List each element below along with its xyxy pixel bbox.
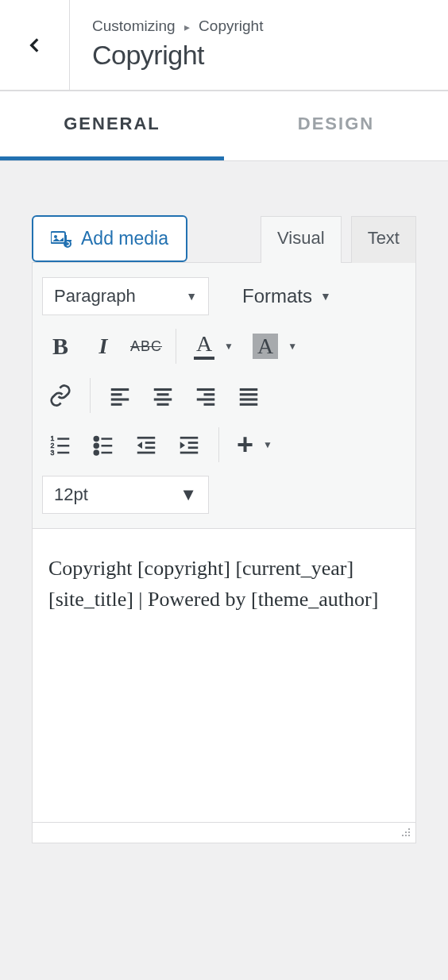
paragraph-select[interactable]: Paragraph ▼ (42, 277, 209, 315)
chevron-down-icon: ▼ (320, 290, 331, 303)
svg-point-44 (402, 835, 404, 836)
add-media-button[interactable]: Add media (32, 215, 187, 262)
back-button[interactable] (0, 0, 70, 90)
align-justify-icon (237, 384, 261, 407)
toolbar-row-5: 12pt ▼ (42, 476, 406, 514)
breadcrumb-prefix: Customizing (92, 17, 176, 34)
align-left-button[interactable] (102, 377, 138, 414)
formats-button[interactable]: Formats ▼ (231, 279, 342, 314)
toolbar-separator (176, 329, 176, 364)
outdent-button[interactable] (128, 426, 164, 463)
toolbar-separator (218, 427, 219, 462)
svg-point-26 (95, 444, 98, 448)
align-center-icon (151, 384, 175, 407)
svg-point-45 (405, 835, 407, 836)
svg-point-42 (405, 831, 407, 833)
indent-icon (177, 433, 201, 457)
chevron-left-icon (25, 35, 45, 56)
ordered-list-button[interactable]: 123 (42, 426, 79, 463)
toolbar-row-1: Paragraph ▼ Formats ▼ (42, 277, 406, 315)
resize-icon (400, 826, 411, 837)
media-icon (51, 230, 71, 248)
bold-button[interactable]: B (42, 328, 79, 365)
text-color-icon: A (194, 333, 214, 360)
editor-content[interactable]: Copyright [copyright] [current_year] [si… (32, 529, 416, 823)
svg-point-1 (54, 235, 57, 238)
text-color-button[interactable]: A ▼ (187, 328, 240, 365)
chevron-down-icon: ▼ (288, 341, 297, 352)
align-center-button[interactable] (145, 377, 181, 414)
insert-button[interactable]: + ▼ (230, 426, 279, 463)
indent-button[interactable] (171, 426, 207, 463)
customizer-header: Customizing ▸ Copyright Copyright (0, 0, 448, 91)
toolbar-row-2: B I ABC A ▼ A ▼ (42, 328, 406, 365)
editor-tab-text[interactable]: Text (351, 216, 416, 263)
chevron-down-icon: ▼ (263, 439, 272, 450)
toolbar-separator (90, 378, 91, 413)
ordered-list-icon: 123 (48, 433, 72, 457)
page-title: Copyright (92, 40, 448, 71)
header-content: Customizing ▸ Copyright Copyright (70, 0, 448, 90)
svg-point-41 (408, 828, 410, 830)
outdent-icon (134, 433, 158, 457)
svg-marker-40 (180, 442, 185, 449)
add-media-label: Add media (81, 228, 168, 249)
toolbar-row-3 (42, 377, 406, 414)
align-left-icon (108, 384, 132, 407)
align-right-icon (194, 384, 218, 407)
editor-tab-visual[interactable]: Visual (261, 216, 342, 263)
resize-handle[interactable] (400, 826, 411, 837)
fontsize-label: 12pt (54, 484, 88, 505)
chevron-down-icon: ▼ (186, 290, 197, 303)
plus-icon: + (237, 428, 253, 461)
svg-point-43 (408, 831, 410, 833)
paragraph-select-label: Paragraph (54, 286, 136, 307)
section-tabs: GENERAL DESIGN (0, 91, 448, 161)
breadcrumb-current: Copyright (199, 17, 263, 34)
chevron-down-icon: ▼ (224, 341, 234, 352)
svg-point-27 (95, 451, 98, 455)
svg-point-25 (95, 437, 98, 441)
media-row: Add media Visual Text (32, 209, 416, 262)
background-color-icon: A (253, 334, 278, 359)
formats-label: Formats (242, 285, 312, 307)
link-icon (48, 384, 72, 407)
editor-mode-tabs: Visual Text (261, 215, 416, 262)
toolbar-row-4: 123 + ▼ (42, 426, 406, 463)
svg-marker-35 (137, 442, 142, 449)
align-justify-button[interactable] (230, 377, 267, 414)
fontsize-select[interactable]: 12pt ▼ (42, 476, 209, 514)
background-color-button[interactable]: A ▼ (246, 328, 303, 365)
italic-button[interactable]: I (85, 328, 122, 365)
editor-footer (32, 823, 416, 843)
breadcrumb-caret-icon: ▸ (184, 21, 190, 33)
unordered-list-icon (91, 433, 115, 457)
editor-area: Add media Visual Text Paragraph ▼ Format… (0, 161, 448, 843)
tab-general[interactable]: GENERAL (0, 91, 224, 160)
strikethrough-button[interactable]: ABC (128, 328, 164, 365)
svg-text:3: 3 (51, 449, 55, 457)
link-button[interactable] (42, 377, 79, 414)
align-right-button[interactable] (187, 377, 224, 414)
tab-design[interactable]: DESIGN (224, 91, 448, 160)
unordered-list-button[interactable] (85, 426, 122, 463)
editor-toolbar: Paragraph ▼ Formats ▼ B I ABC A ▼ A ▼ (32, 262, 416, 529)
chevron-down-icon: ▼ (180, 484, 197, 505)
breadcrumb: Customizing ▸ Copyright (92, 17, 448, 35)
svg-point-46 (408, 835, 410, 836)
